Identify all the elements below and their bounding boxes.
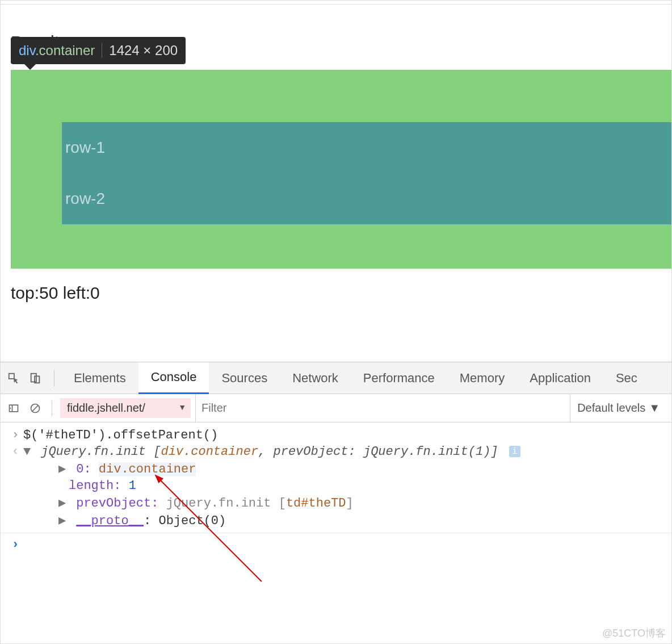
div-container-ref[interactable]: div.container bbox=[161, 445, 258, 459]
log-output-head[interactable]: ‹ ▼ jQuery.fn.init [div.container, prevO… bbox=[1, 444, 671, 460]
toggle-sidebar-icon[interactable] bbox=[5, 400, 22, 417]
svg-line-6 bbox=[32, 405, 38, 411]
devtools-panel: Elements Console Sources Network Perform… bbox=[1, 362, 671, 643]
tab-security[interactable]: Sec bbox=[603, 362, 650, 394]
element-tooltip: div.container 1424 × 200 bbox=[11, 37, 186, 64]
device-toggle-icon[interactable] bbox=[26, 369, 45, 388]
levels-label: Default levels bbox=[577, 402, 645, 415]
td-theTD-ref[interactable]: td#theTD bbox=[286, 496, 346, 511]
tab-network[interactable]: Network bbox=[280, 362, 351, 394]
inner-rows: row-1 row-2 bbox=[62, 122, 671, 224]
svg-rect-0 bbox=[9, 373, 14, 378]
devtools-tabs: Elements Console Sources Network Perform… bbox=[1, 362, 671, 394]
row-1: row-1 bbox=[65, 139, 671, 157]
expand-down-icon[interactable]: ▼ bbox=[23, 445, 33, 459]
tab-console[interactable]: Console bbox=[138, 362, 209, 394]
top-border bbox=[1, 4, 671, 6]
tab-elements[interactable]: Elements bbox=[61, 362, 138, 394]
expand-right-icon[interactable]: ▶ bbox=[58, 495, 69, 511]
tab-memory[interactable]: Memory bbox=[447, 362, 517, 394]
console-log[interactable]: › $('#theTD').offsetParent() ‹ ▼ jQuery.… bbox=[1, 423, 671, 643]
console-toolbar: fiddle.jshell.net/ Default levels ▼ bbox=[1, 394, 671, 423]
input-caret-icon: › bbox=[7, 428, 23, 442]
tab-sources[interactable]: Sources bbox=[209, 362, 280, 394]
div-container-expanded[interactable]: div.container bbox=[99, 462, 196, 476]
output-caret-icon: ‹ bbox=[7, 445, 23, 459]
prompt-caret-icon: › bbox=[7, 538, 23, 552]
log-input-text: $('#theTD').offsetParent() bbox=[23, 428, 665, 442]
expand-right-icon[interactable]: ▶ bbox=[58, 461, 69, 476]
log-row-length: length: 1 bbox=[1, 478, 671, 494]
chevron-down-icon: ▼ bbox=[649, 402, 660, 415]
console-prompt[interactable]: › bbox=[1, 533, 671, 553]
offset-text: top:50 left:0 bbox=[11, 283, 100, 303]
tooltip-tag: div.container bbox=[19, 43, 95, 58]
clear-console-icon[interactable] bbox=[27, 400, 44, 417]
log-row-proto[interactable]: ▶ __proto__: Object(0) bbox=[1, 512, 671, 529]
tab-application[interactable]: Application bbox=[517, 362, 603, 394]
tabs-divider bbox=[54, 370, 54, 387]
log-input-line: › $('#theTD').offsetParent() bbox=[1, 427, 671, 444]
expand-right-icon[interactable]: ▶ bbox=[58, 513, 69, 528]
watermark: @51CTO博客 bbox=[602, 626, 666, 640]
context-selector[interactable]: fiddle.jshell.net/ bbox=[60, 398, 191, 418]
filter-input[interactable] bbox=[195, 394, 565, 422]
tooltip-dimensions: 1424 × 200 bbox=[109, 43, 178, 58]
container-preview: row-1 row-2 bbox=[11, 70, 671, 269]
log-row-0[interactable]: ▶ 0: div.container bbox=[1, 460, 671, 478]
jquery-init-label: jQuery.fn.init bbox=[41, 445, 146, 459]
tab-performance[interactable]: Performance bbox=[351, 362, 447, 394]
log-levels-selector[interactable]: Default levels ▼ bbox=[570, 394, 667, 422]
log-row-prevobject[interactable]: ▶ prevObject: jQuery.fn.init [td#theTD] bbox=[1, 494, 671, 512]
tooltip-divider bbox=[102, 43, 102, 58]
row-2: row-2 bbox=[65, 190, 671, 208]
info-badge-icon[interactable]: i bbox=[509, 446, 520, 457]
toolbar-divider bbox=[52, 400, 52, 416]
inspect-icon[interactable] bbox=[4, 369, 23, 388]
svg-rect-1 bbox=[31, 373, 36, 382]
